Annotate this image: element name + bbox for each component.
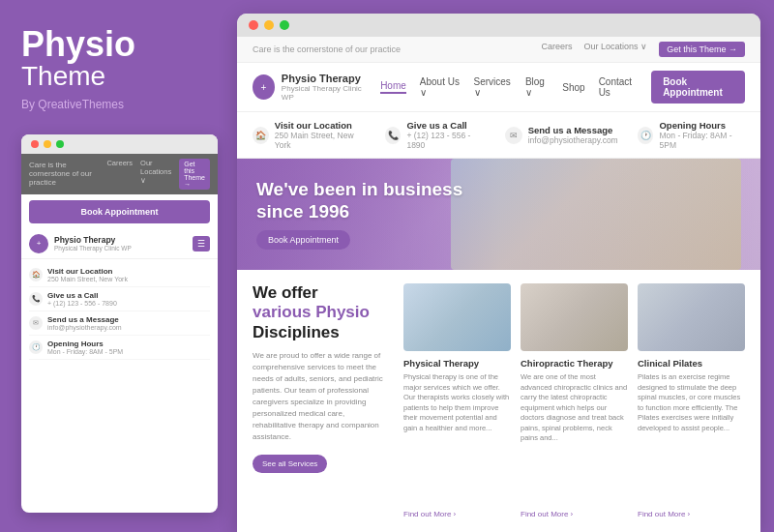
service-cards: Physical Therapy Physical therapy is one…	[403, 283, 745, 518]
mini-email-label: Send us a Message	[47, 315, 122, 324]
mini-dot-red	[31, 140, 39, 148]
card-link-pt[interactable]: Find out More ›	[403, 510, 511, 518]
brand-by: By QreativeThemes	[21, 98, 218, 111]
mini-topbar-text: Care is the cornerstone of our practice	[29, 161, 99, 187]
mini-site-info: Physio Therapy Physical Therapy Clinic W…	[54, 235, 132, 251]
mini-hours-text: Opening Hours Mon - Friday: 8AM - 5PM	[47, 340, 123, 355]
desktop-nav-about[interactable]: About Us ∨	[420, 76, 461, 98]
card-title-cp: Clinical Pilates	[638, 358, 745, 369]
card-link-ct[interactable]: Find out More ›	[521, 510, 628, 518]
desktop-phone-value: + (12) 123 - 556 - 1890	[406, 131, 485, 150]
desktop-nav: + Physio Therapy Physical Therapy Clinic…	[237, 63, 760, 112]
mini-nav-links: Careers Our Locations ∨ Get this Theme →	[106, 159, 210, 190]
desktop-locations-link[interactable]: Our Locations ∨	[584, 42, 648, 57]
desktop-nav-blog[interactable]: Blog ∨	[525, 76, 549, 98]
desktop-nav-shop[interactable]: Shop	[562, 82, 584, 93]
mini-info-email: ✉ Send us a Message info@physiotherapy.c…	[29, 311, 210, 336]
mini-browser-preview: Care is the cornerstone of our practice …	[21, 134, 218, 513]
main-offer-section: We offer various Physio Disciplines We a…	[253, 283, 388, 518]
card-title-ct: Chiropractic Therapy	[521, 358, 628, 369]
card-link-cp[interactable]: Find out More ›	[638, 510, 745, 518]
mini-top-bar: Care is the cornerstone of our practice …	[21, 154, 218, 194]
mini-phone-text: Give us a Call + (12) 123 - 556 - 7890	[47, 291, 117, 307]
mini-location-icon: 🏠	[29, 268, 43, 281]
desktop-top-links: Careers Our Locations ∨ Get this Theme →	[542, 42, 745, 57]
desktop-hours-label: Opening Hours	[659, 120, 745, 131]
desktop-nav-home[interactable]: Home	[380, 80, 406, 94]
mini-site-sub: Physical Therapy Clinic WP	[54, 245, 132, 251]
mini-phone-value: + (12) 123 - 556 - 7890	[47, 300, 117, 307]
card-title-pt: Physical Therapy	[403, 358, 511, 369]
mini-info-phone: 📞 Give us a Call + (12) 123 - 556 - 7890	[29, 287, 210, 311]
desktop-careers-link[interactable]: Careers	[542, 42, 573, 57]
desktop-main-content: We offer various Physio Disciplines We a…	[237, 270, 760, 532]
card-image-physical-therapy	[403, 283, 511, 351]
mini-info-rows: 🏠 Visit our Location 250 Main Street, Ne…	[21, 259, 218, 364]
mini-locations-link[interactable]: Our Locations ∨	[140, 159, 171, 190]
mini-header-row: + Physio Therapy Physical Therapy Clinic…	[21, 229, 218, 259]
card-image-pilates	[638, 283, 745, 351]
desktop-info-email: ✉ Send us a Message info@physiotherapy.c…	[505, 120, 618, 150]
desktop-email-icon: ✉	[505, 127, 522, 144]
mini-clock-icon: 🕐	[29, 340, 43, 354]
desktop-topbar-text: Care is the cornerstone of our practice	[253, 44, 401, 54]
mini-location-text: Visit our Location 250 Main Street, New …	[47, 267, 128, 282]
service-card-pilates: Clinical Pilates Pilates is an exercise …	[638, 283, 745, 518]
mini-info-hours: 🕐 Opening Hours Mon - Friday: 8AM - 5PM	[29, 336, 210, 360]
offer-title-line1: We offer	[253, 283, 318, 302]
desktop-dot-yellow	[264, 20, 274, 30]
desktop-book-appointment-btn[interactable]: Book Appointment	[651, 71, 745, 103]
desktop-nav-links: Home About Us ∨ Services ∨ Blog ∨ Shop C…	[380, 71, 745, 103]
desktop-top-bar: Care is the cornerstone of our practice …	[237, 37, 760, 63]
hero-title: We've been in business since 1996	[256, 179, 462, 223]
hero-title-line2: since 1996	[256, 201, 349, 222]
desktop-phone-text: Give us a Call + (12) 123 - 556 - 1890	[406, 120, 485, 150]
mini-site-name: Physio Therapy	[54, 235, 132, 245]
mini-book-appointment-btn[interactable]: Book Appointment	[29, 200, 210, 223]
mini-phone-label: Give us a Call	[47, 291, 117, 300]
mini-hours-label: Opening Hours	[47, 340, 123, 348]
desktop-nav-site-name: Physio Therapy	[282, 73, 365, 84]
brand-physio: Physio	[21, 24, 135, 64]
desktop-hero-section: We've been in business since 1996 Book A…	[237, 159, 760, 270]
desktop-nav-logo: + Physio Therapy Physical Therapy Clinic…	[253, 73, 365, 102]
desktop-browser-bar	[237, 14, 760, 37]
desktop-nav-site-info: Physio Therapy Physical Therapy Clinic W…	[282, 73, 365, 102]
offer-title-line3: Disciplines	[253, 323, 340, 341]
mini-hamburger-icon[interactable]: ☰	[193, 236, 210, 251]
see-services-btn[interactable]: See all Services	[253, 455, 327, 473]
service-card-chiropractic: Chiropractic Therapy We are one of the m…	[521, 283, 628, 518]
desktop-browser-preview: Care is the cornerstone of our practice …	[237, 14, 760, 532]
mini-location-label: Visit our Location	[47, 267, 128, 276]
card-img-cp-bg	[638, 283, 745, 351]
desktop-nav-services[interactable]: Services ∨	[474, 76, 512, 98]
hero-book-btn[interactable]: Book Appointment	[256, 230, 350, 250]
mini-careers-link[interactable]: Careers	[106, 159, 133, 190]
mini-email-value: info@physiotherapy.com	[47, 324, 122, 331]
desktop-nav-contact[interactable]: Contact Us	[599, 76, 638, 98]
desktop-dot-red	[249, 20, 258, 30]
desktop-hours-value: Mon - Friday: 8AM - 5PM	[659, 131, 745, 150]
mini-phone-icon: 📞	[29, 292, 43, 306]
desktop-info-phone: 📞 Give us a Call + (12) 123 - 556 - 1890	[385, 120, 486, 150]
desktop-location-text: Visit our Location 250 Main Street, New …	[275, 120, 366, 150]
mini-browser-bar	[21, 134, 218, 154]
hero-title-line1: We've been in business	[256, 179, 462, 199]
desktop-location-label: Visit our Location	[275, 120, 366, 131]
mini-dot-yellow	[44, 140, 51, 148]
mini-get-theme-btn[interactable]: Get this Theme →	[179, 159, 210, 190]
card-desc-cp: Pilates is an exercise regime designed t…	[638, 372, 745, 505]
desktop-nav-site-sub: Physical Therapy Clinic WP	[282, 84, 365, 102]
desktop-email-text: Send us a Message info@physiotherapy.com	[528, 125, 618, 145]
brand-block: Physio Theme By QreativeThemes	[21, 27, 218, 111]
mini-logo-circle: +	[29, 234, 48, 253]
offer-title: We offer various Physio Disciplines	[253, 283, 388, 342]
desktop-content: Care is the cornerstone of our practice …	[237, 37, 760, 532]
desktop-email-label: Send us a Message	[528, 125, 618, 135]
desktop-dot-green	[280, 20, 289, 30]
service-card-physical-therapy: Physical Therapy Physical therapy is one…	[403, 283, 511, 518]
brand-title: Physio	[21, 27, 218, 62]
desktop-logo-circle: +	[253, 74, 275, 100]
desktop-get-theme-btn[interactable]: Get this Theme →	[659, 42, 745, 57]
mini-email-icon: ✉	[29, 316, 43, 330]
